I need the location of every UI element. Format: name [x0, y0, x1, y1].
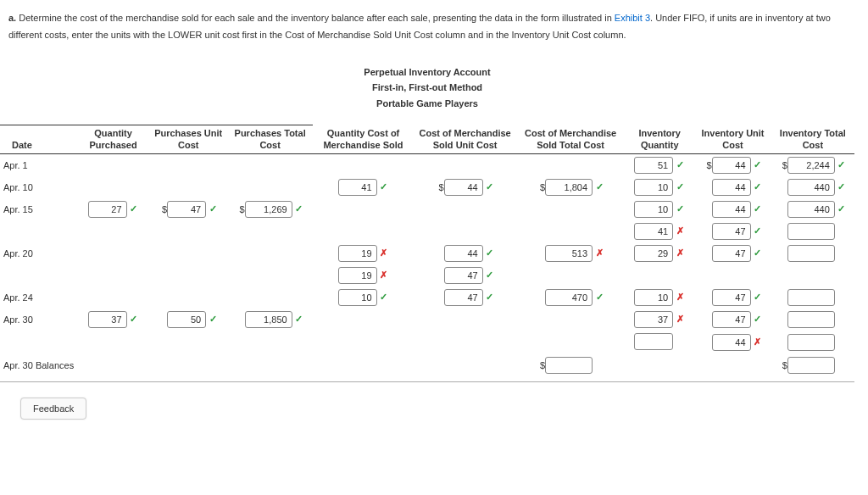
qty-sold-input[interactable]: 41 — [338, 179, 377, 196]
h-qcms: Quantity Cost of Merchandise Sold — [313, 125, 414, 153]
x-icon: ✗ — [675, 314, 685, 325]
date-cell: Apr. 30 — [0, 309, 77, 331]
dollar-sign: $ — [537, 360, 545, 370]
check-icon: ✓ — [753, 203, 763, 214]
x-icon: ✗ — [675, 292, 685, 303]
sold-total-cost-input[interactable]: 470 — [545, 289, 593, 306]
table-title: Perpetual Inventory Account First-in, Fi… — [0, 64, 854, 112]
check-icon: ✓ — [129, 203, 139, 214]
inv-qty-input[interactable]: 10 — [634, 289, 673, 306]
h-date: Date — [0, 125, 77, 153]
inv-unit-cost-input[interactable]: 44 — [712, 179, 751, 196]
sold-unit-cost-input[interactable]: 44 — [444, 245, 483, 262]
table-row: 19✗47✓ — [0, 264, 854, 286]
table-row: 41✗47✓ — [0, 220, 854, 242]
inv-total-cost-input[interactable]: 440 — [787, 201, 835, 218]
dollar-sign: $ — [436, 182, 444, 192]
inv-qty-input[interactable]: 29 — [634, 245, 673, 262]
qty-sold-input[interactable]: 19 — [338, 245, 377, 262]
title-l1: Perpetual Inventory Account — [0, 64, 854, 81]
inv-qty-input[interactable]: 10 — [634, 201, 673, 218]
date-cell: Apr. 30 Balances — [0, 354, 77, 376]
date-cell — [0, 220, 77, 242]
check-icon: ✓ — [753, 314, 763, 325]
qty-sold-input[interactable]: 19 — [338, 267, 377, 284]
feedback-button[interactable]: Feedback — [20, 398, 86, 420]
check-icon: ✓ — [208, 314, 218, 325]
purch-total-cost-input[interactable]: 1,850 — [245, 311, 292, 328]
exhibit-link[interactable]: Exhibit 3 — [615, 13, 650, 23]
date-cell — [0, 331, 77, 354]
sold-unit-cost-input[interactable]: 47 — [444, 267, 483, 284]
inv-unit-cost-input[interactable]: 47 — [712, 245, 751, 262]
check-icon: ✓ — [379, 181, 389, 192]
h-ptc: Purchases Total Cost — [227, 125, 312, 153]
inv-total-cost-input[interactable] — [787, 223, 835, 240]
date-cell: Apr. 15 — [0, 198, 77, 220]
qty-purchased-input[interactable]: 27 — [88, 201, 127, 218]
check-icon: ✓ — [485, 292, 495, 303]
title-l2: First-in, First-out Method — [0, 80, 854, 96]
check-icon: ✓ — [675, 159, 685, 170]
inv-total-cost-input[interactable]: 440 — [787, 179, 835, 196]
inv-total-cost-input[interactable] — [787, 289, 835, 306]
inv-total-cost-input[interactable]: 2,244 — [787, 157, 835, 174]
qty-purchased-input[interactable]: 37 — [88, 311, 127, 328]
inv-total-cost-input[interactable] — [787, 357, 835, 374]
h-iuc: Inventory Unit Cost — [694, 125, 771, 153]
check-icon: ✓ — [294, 203, 304, 214]
inv-qty-input[interactable]: 41 — [634, 223, 673, 240]
inv-unit-cost-input[interactable]: 47 — [712, 311, 751, 328]
h-cmsuc: Cost of Merchandise Sold Unit Cost — [414, 125, 516, 153]
check-icon: ✓ — [129, 314, 139, 325]
dollar-sign: $ — [537, 182, 545, 192]
check-icon: ✓ — [837, 159, 847, 170]
inv-total-cost-input[interactable] — [787, 245, 835, 262]
sold-unit-cost-input[interactable]: 47 — [444, 289, 483, 306]
dollar-sign: $ — [779, 360, 787, 370]
inv-unit-cost-input[interactable]: 47 — [712, 223, 751, 240]
table-row: Apr. 3037✓50✓1,850✓37✗47✓ — [0, 309, 854, 331]
dollar-sign: $ — [779, 160, 787, 170]
sold-unit-cost-input[interactable]: 44 — [444, 179, 483, 196]
sold-total-cost-input[interactable] — [545, 357, 593, 374]
dollar-sign: $ — [236, 204, 245, 214]
inv-total-cost-input[interactable] — [787, 334, 835, 351]
inv-unit-cost-input[interactable]: 47 — [712, 289, 751, 306]
check-icon: ✓ — [753, 225, 763, 236]
check-icon: ✓ — [208, 203, 218, 214]
purch-unit-cost-input[interactable]: 47 — [167, 201, 206, 218]
title-l3: Portable Game Players — [0, 96, 854, 112]
inv-unit-cost-input[interactable]: 44 — [712, 157, 751, 174]
inv-unit-cost-input[interactable]: 44 — [712, 334, 751, 351]
inv-qty-input[interactable]: 51 — [634, 157, 673, 174]
check-icon: ✓ — [594, 292, 604, 303]
instr-label: a. — [8, 13, 16, 23]
date-cell: Apr. 1 — [0, 153, 77, 176]
check-icon: ✓ — [753, 248, 763, 259]
h-cmstc: Cost of Merchandise Sold Total Cost — [516, 125, 625, 153]
table-row: Apr. 1527✓$47✓$1,269✓10✓44✓440✓ — [0, 198, 854, 220]
check-icon: ✓ — [837, 203, 847, 214]
x-icon: ✗ — [379, 270, 389, 281]
inv-qty-input[interactable]: 37 — [634, 311, 673, 328]
purch-total-cost-input[interactable]: 1,269 — [245, 201, 292, 218]
inv-unit-cost-input[interactable]: 44 — [712, 201, 751, 218]
sold-total-cost-input[interactable]: 513 — [545, 245, 593, 262]
check-icon: ✓ — [485, 248, 495, 259]
date-cell: Apr. 24 — [0, 286, 77, 309]
x-icon: ✗ — [594, 248, 604, 259]
check-icon: ✓ — [485, 270, 495, 281]
table-row: Apr. 151✓$44✓$2,244✓ — [0, 153, 854, 176]
sold-total-cost-input[interactable]: 1,804 — [545, 179, 593, 196]
check-icon: ✓ — [594, 181, 604, 192]
instructions: a. Determine the cost of the merchandise… — [8, 10, 854, 44]
check-icon: ✓ — [753, 159, 763, 170]
check-icon: ✓ — [753, 292, 763, 303]
inv-total-cost-input[interactable] — [787, 311, 835, 328]
inv-qty-input[interactable]: 10 — [634, 179, 673, 196]
inventory-table: Date Quantity Purchased Purchases Unit C… — [0, 125, 854, 376]
inv-qty-input[interactable] — [634, 333, 673, 350]
qty-sold-input[interactable]: 10 — [338, 289, 377, 306]
purch-unit-cost-input[interactable]: 50 — [167, 311, 206, 328]
